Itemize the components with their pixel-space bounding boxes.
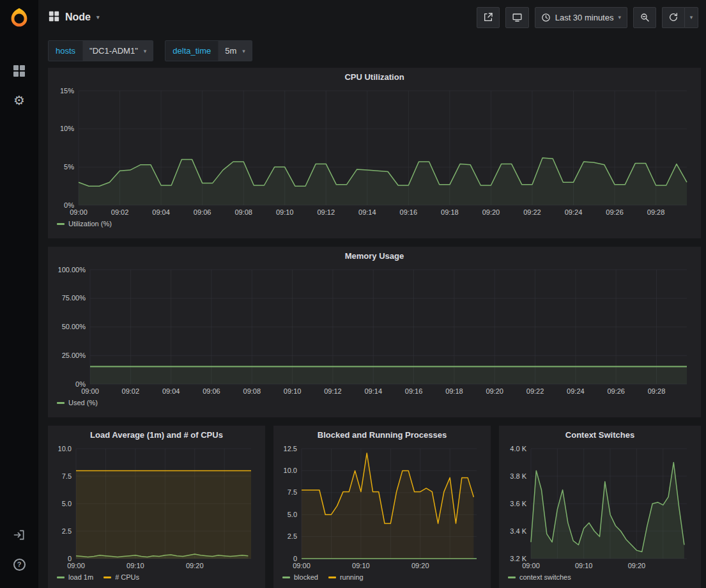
y-tick-label: 50.00% xyxy=(62,323,86,330)
y-tick-label: 4.0 K xyxy=(510,445,526,453)
caret-down-icon: ▾ xyxy=(96,14,100,20)
legend-swatch xyxy=(57,223,65,225)
grafana-logo[interactable] xyxy=(8,6,31,29)
legend-label: blocked xyxy=(294,573,318,581)
legend-item[interactable]: Used (%) xyxy=(57,399,98,406)
panel-title-load[interactable]: Load Average (1m) and # of CPUs xyxy=(48,426,265,444)
x-tick-label: 09:04 xyxy=(152,208,170,216)
variable-hosts-label: hosts xyxy=(49,41,82,61)
memory-chart: 0%25.00%50.00%75.00%100.00%09:0009:0209:… xyxy=(53,265,696,397)
blocked-running-chart-svg: 02.55.07.510.012.509:0009:1009:20 xyxy=(279,444,486,571)
y-tick-label: 0% xyxy=(75,380,86,388)
variable-hosts-dropdown[interactable]: "DC1-ADM1" ▾ xyxy=(82,41,153,61)
legend-item[interactable]: running xyxy=(328,573,364,581)
caret-down-icon: ▾ xyxy=(242,48,245,54)
tv-cycle-button[interactable] xyxy=(505,7,529,28)
x-tick-label: 09:22 xyxy=(526,387,544,395)
series-fill xyxy=(79,158,687,205)
settings-gear-icon[interactable]: ⚙ xyxy=(12,93,27,108)
x-tick-label: 09:26 xyxy=(607,387,625,395)
variable-delta-time-value: 5m xyxy=(225,46,236,56)
legend-item[interactable]: context switches xyxy=(508,573,571,581)
y-tick-label: 5.0 xyxy=(62,500,72,507)
context-switches-legend: context switches xyxy=(499,571,701,585)
variable-delta-time-dropdown[interactable]: 5m ▾ xyxy=(218,41,252,61)
x-tick-label: 09:24 xyxy=(565,208,583,216)
help-icon[interactable]: ? xyxy=(12,557,27,572)
x-tick-label: 09:10 xyxy=(284,387,302,395)
legend-swatch xyxy=(328,576,336,578)
y-tick-label: 0 xyxy=(68,555,72,562)
panel-title-blocked-running[interactable]: Blocked and Running Processes xyxy=(273,426,491,444)
panel-cpu-utilization: CPU Utilization 0%5%10%15%09:0009:0209:0… xyxy=(48,68,701,238)
legend-label: load 1m xyxy=(68,573,93,581)
tv-icon xyxy=(512,12,523,22)
zoom-out-button[interactable] xyxy=(633,7,656,28)
x-tick-label: 09:12 xyxy=(324,387,342,395)
y-tick-label: 12.5 xyxy=(284,445,297,453)
y-tick-label: 15% xyxy=(60,87,74,95)
legend-item[interactable]: Utilization (%) xyxy=(57,220,112,228)
y-tick-label: 3.6 K xyxy=(510,500,526,507)
legend-item[interactable]: blocked xyxy=(282,573,318,581)
caret-down-icon: ▾ xyxy=(690,14,693,20)
dashboard-title-button[interactable]: Node ▾ xyxy=(49,11,100,24)
x-tick-label: 09:20 xyxy=(482,208,500,216)
variable-hosts: hosts "DC1-ADM1" ▾ xyxy=(48,40,153,61)
x-tick-label: 09:20 xyxy=(411,562,429,569)
legend-item[interactable]: load 1m xyxy=(57,573,93,581)
x-tick-label: 09:14 xyxy=(358,208,376,216)
series-fill xyxy=(76,470,251,559)
y-tick-label: 0% xyxy=(64,201,74,209)
x-tick-label: 09:22 xyxy=(523,208,541,216)
refresh-button[interactable] xyxy=(662,7,684,28)
x-tick-label: 09:10 xyxy=(352,562,370,569)
memory-chart-svg: 0%25.00%50.00%75.00%100.00%09:0009:0209:… xyxy=(53,265,696,397)
cpu-legend: Utilization (%) xyxy=(48,218,701,231)
sign-in-icon[interactable] xyxy=(12,527,27,543)
dashboard-title: Node xyxy=(65,12,91,23)
y-tick-label: 3.4 K xyxy=(510,527,526,535)
load-legend: load 1m# CPUs xyxy=(48,571,265,585)
series-fill xyxy=(302,453,473,559)
y-tick-label: 2.5 xyxy=(62,527,72,535)
legend-label: # CPUs xyxy=(115,573,139,581)
legend-swatch xyxy=(508,576,516,578)
app-root: ⚙ ? Node ▾ xyxy=(0,0,706,588)
y-tick-label: 0 xyxy=(293,555,297,562)
context-switches-chart-svg: 3.2 K3.4 K3.6 K3.8 K4.0 K09:0009:1009:20 xyxy=(504,444,696,571)
main-area: Node ▾ Last 30 mi xyxy=(38,0,706,588)
panel-title-memory[interactable]: Memory Usage xyxy=(48,247,701,265)
y-tick-label: 2.5 xyxy=(288,532,297,540)
navbar-actions: Last 30 minutes ▾ ▾ xyxy=(477,7,698,28)
refresh-interval-dropdown[interactable]: ▾ xyxy=(684,7,698,28)
share-button[interactable] xyxy=(477,7,500,28)
caret-down-icon: ▾ xyxy=(144,48,147,54)
time-picker-button[interactable]: Last 30 minutes ▾ xyxy=(535,7,627,28)
x-tick-label: 09:06 xyxy=(203,387,220,395)
legend-swatch xyxy=(104,576,111,578)
panel-title-context-switches[interactable]: Context Switches xyxy=(499,426,701,444)
panel-title-cpu[interactable]: CPU Utilization xyxy=(48,68,701,86)
blocked-running-legend: blockedrunning xyxy=(273,571,491,585)
x-tick-label: 09:20 xyxy=(486,387,503,395)
legend-label: Utilization (%) xyxy=(68,220,112,228)
panel-blocked-running: Blocked and Running Processes 02.55.07.5… xyxy=(273,426,491,588)
legend-label: Used (%) xyxy=(68,399,98,406)
dashboards-icon[interactable] xyxy=(12,63,27,79)
y-tick-label: 5.0 xyxy=(288,511,297,518)
x-tick-label: 09:16 xyxy=(405,387,423,395)
legend-swatch xyxy=(57,402,65,404)
variable-delta-time-label: delta_time xyxy=(165,41,218,61)
x-tick-label: 09:00 xyxy=(522,562,540,569)
variable-hosts-value: "DC1-ADM1" xyxy=(89,46,138,56)
help-glyph: ? xyxy=(13,559,26,571)
x-tick-label: 09:20 xyxy=(628,562,646,569)
variable-delta-time: delta_time 5m ▾ xyxy=(165,40,252,61)
x-tick-label: 09:14 xyxy=(364,387,382,395)
legend-item[interactable]: # CPUs xyxy=(104,573,139,581)
y-tick-label: 10.0 xyxy=(284,467,297,474)
y-tick-label: 75.00% xyxy=(62,294,86,302)
y-tick-label: 5% xyxy=(64,163,74,171)
x-tick-label: 09:10 xyxy=(127,562,144,569)
